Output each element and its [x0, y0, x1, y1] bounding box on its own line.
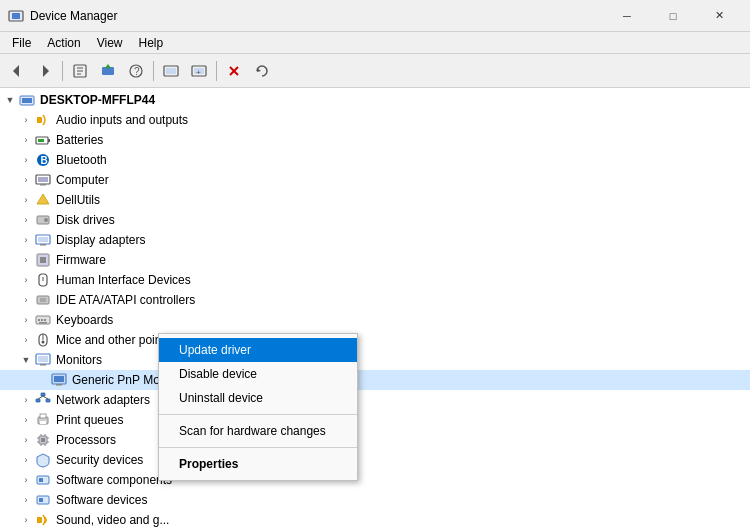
menu-file[interactable]: File — [4, 34, 39, 52]
keyboards-label: Keyboards — [56, 313, 113, 327]
tree-item-ide[interactable]: › IDE ATA/ATAPI controllers — [0, 290, 750, 310]
update-driver-button[interactable] — [95, 58, 121, 84]
tree-item-hid[interactable]: › Human Interface Devices — [0, 270, 750, 290]
expand-display[interactable]: › — [18, 230, 34, 250]
tree-item-generic-pnp[interactable]: › Generic PnP Mo... — [0, 370, 750, 390]
security-icon — [34, 451, 52, 469]
expand-security[interactable]: › — [18, 450, 34, 470]
maximize-button[interactable]: □ — [650, 0, 696, 32]
tree-item-mice[interactable]: › Mice and other pointing devices — [0, 330, 750, 350]
expand-keyboards[interactable]: › — [18, 310, 34, 330]
svg-rect-38 — [40, 257, 46, 263]
tree-item-keyboards[interactable]: › Keyboards — [0, 310, 750, 330]
svg-rect-80 — [37, 517, 42, 523]
tree-item-network[interactable]: › Network adapters — [0, 390, 750, 410]
menu-action[interactable]: Action — [39, 34, 88, 52]
tree-item-monitors[interactable]: ▼ Monitors — [0, 350, 750, 370]
toolbar-sep-1 — [62, 61, 63, 81]
tree-item-bluetooth[interactable]: › B Bluetooth — [0, 150, 750, 170]
svg-rect-79 — [39, 498, 43, 502]
window-controls: ─ □ ✕ — [604, 0, 742, 32]
scan-changes-button[interactable] — [158, 58, 184, 84]
svg-rect-22 — [37, 117, 42, 123]
tree-item-dellutils[interactable]: › DellUtils — [0, 190, 750, 210]
tree-item-processors[interactable]: › Processors — [0, 430, 750, 450]
forward-button[interactable] — [32, 58, 58, 84]
tree-item-software-dev[interactable]: › Software devices — [0, 490, 750, 510]
svg-rect-53 — [38, 356, 48, 362]
expand-root[interactable]: ▼ — [2, 90, 18, 110]
svg-rect-54 — [40, 364, 46, 366]
help-button[interactable]: ? — [123, 58, 149, 84]
tree-item-root[interactable]: ▼ DESKTOP-MFFLP44 — [0, 90, 750, 110]
expand-processors[interactable]: › — [18, 430, 34, 450]
bluetooth-label: Bluetooth — [56, 153, 107, 167]
svg-marker-3 — [43, 65, 49, 77]
ctx-update-driver[interactable]: Update driver — [159, 338, 357, 362]
print-label: Print queues — [56, 413, 123, 427]
app-icon — [8, 8, 24, 24]
svg-rect-58 — [41, 393, 45, 396]
minimize-button[interactable]: ─ — [604, 0, 650, 32]
expand-batteries[interactable]: › — [18, 130, 34, 150]
sound-label: Sound, video and g... — [56, 513, 169, 527]
device-tree[interactable]: ▼ DESKTOP-MFFLP44 › Audio inputs and out… — [0, 88, 750, 529]
disk-icon — [34, 211, 52, 229]
context-menu: Update driver Disable device Uninstall d… — [158, 333, 358, 481]
refresh-button[interactable] — [249, 58, 275, 84]
svg-rect-1 — [12, 13, 20, 19]
expand-ide[interactable]: › — [18, 290, 34, 310]
computer-icon — [34, 171, 52, 189]
tree-item-security[interactable]: › Security devices — [0, 450, 750, 470]
svg-text:+: + — [196, 68, 201, 77]
software-dev-icon — [34, 491, 52, 509]
network-icon — [34, 391, 52, 409]
add-drivers-button[interactable]: + — [186, 58, 212, 84]
svg-rect-77 — [39, 478, 43, 482]
svg-rect-24 — [48, 139, 50, 142]
expand-audio[interactable]: › — [18, 110, 34, 130]
expand-hid[interactable]: › — [18, 270, 34, 290]
svg-rect-59 — [36, 399, 40, 402]
properties-button[interactable] — [67, 58, 93, 84]
expand-network[interactable]: › — [18, 390, 34, 410]
expand-software-dev[interactable]: › — [18, 490, 34, 510]
title-bar: Device Manager ─ □ ✕ — [0, 0, 750, 32]
svg-line-61 — [38, 396, 43, 399]
close-button[interactable]: ✕ — [696, 0, 742, 32]
tree-item-sound[interactable]: › Sound, video and g... — [0, 510, 750, 529]
tree-item-software-comp[interactable]: › Software components — [0, 470, 750, 490]
tree-item-print[interactable]: › Print queues — [0, 410, 750, 430]
expand-dellutils[interactable]: › — [18, 190, 34, 210]
hid-icon — [34, 271, 52, 289]
tree-item-audio[interactable]: › Audio inputs and outputs — [0, 110, 750, 130]
processors-label: Processors — [56, 433, 116, 447]
mice-icon — [34, 331, 52, 349]
tree-item-disk[interactable]: › Disk drives — [0, 210, 750, 230]
uninstall-button[interactable] — [221, 58, 247, 84]
expand-bluetooth[interactable]: › — [18, 150, 34, 170]
tree-item-display[interactable]: › Display adapters — [0, 230, 750, 250]
ctx-disable-device[interactable]: Disable device — [159, 362, 357, 386]
expand-print[interactable]: › — [18, 410, 34, 430]
tree-item-computer[interactable]: › Computer — [0, 170, 750, 190]
expand-software-comp[interactable]: › — [18, 470, 34, 490]
expand-sound[interactable]: › — [18, 510, 34, 529]
menu-help[interactable]: Help — [131, 34, 172, 52]
expand-computer[interactable]: › — [18, 170, 34, 190]
ctx-uninstall-device[interactable]: Uninstall device — [159, 386, 357, 410]
expand-monitors[interactable]: ▼ — [18, 350, 34, 370]
ctx-properties[interactable]: Properties — [159, 452, 357, 476]
menu-view[interactable]: View — [89, 34, 131, 52]
expand-mice[interactable]: › — [18, 330, 34, 350]
svg-rect-25 — [38, 139, 44, 142]
ctx-sep-2 — [159, 447, 357, 448]
expand-firmware[interactable]: › — [18, 250, 34, 270]
tree-item-firmware[interactable]: › Firmware — [0, 250, 750, 270]
expand-disk[interactable]: › — [18, 210, 34, 230]
ctx-scan-hardware[interactable]: Scan for hardware changes — [159, 419, 357, 443]
tree-item-batteries[interactable]: › Batteries — [0, 130, 750, 150]
monitors-icon — [34, 351, 52, 369]
generic-pnp-icon — [50, 371, 68, 389]
back-button[interactable] — [4, 58, 30, 84]
